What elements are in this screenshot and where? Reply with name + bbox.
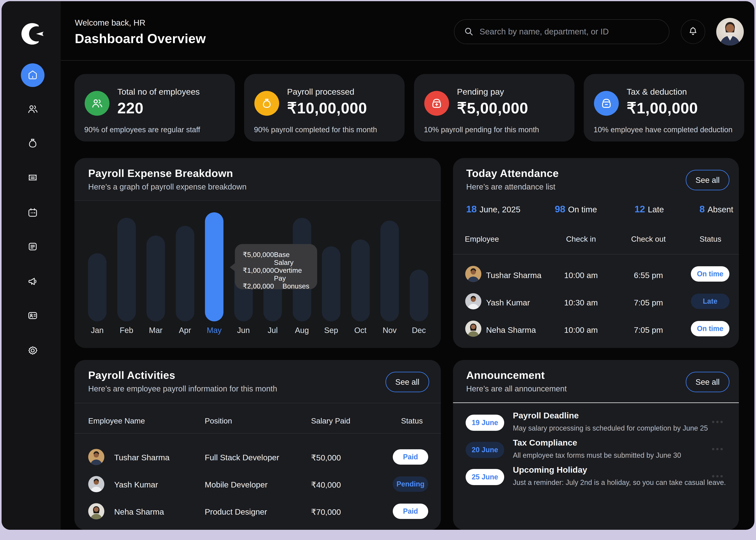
payroll-expense-card: Payroll Expense Breakdown Here’s a graph… <box>75 158 441 348</box>
attendance-see-all-button[interactable]: See all <box>686 170 729 190</box>
x-axis-label: Jun <box>229 326 258 335</box>
stat-caption: 10% payroll pending for this month <box>424 126 539 134</box>
salary-paid: ₹50,000 <box>311 453 341 463</box>
payroll-see-all-button[interactable]: See all <box>385 372 429 392</box>
sidebar-item-calendar[interactable] <box>21 201 45 225</box>
sidebar-item-payroll[interactable] <box>21 132 45 155</box>
chart-bar-mar[interactable] <box>146 235 165 321</box>
position: Mobile Developer <box>205 480 267 489</box>
x-axis-label: Feb <box>112 326 141 335</box>
divider <box>75 433 441 434</box>
column-header: Employee Name <box>88 417 145 425</box>
stat-number: 98 <box>555 204 565 214</box>
calendar-icon <box>27 206 39 219</box>
employee-avatar <box>88 503 104 519</box>
check-in-time: 10:00 am <box>563 271 599 280</box>
section-title: Payroll Expense Breakdown <box>88 167 233 179</box>
x-axis-label: Aug <box>287 326 317 335</box>
chart-bar-apr[interactable] <box>176 226 194 321</box>
tooltip-value: ₹5,00,000 <box>243 251 274 266</box>
attendance-stat-absent: 8 Absent <box>699 204 733 214</box>
stat-card-payroll-processed: Payroll processed ₹10,00,000 90% payroll… <box>244 74 404 142</box>
sidebar-item-home[interactable] <box>21 64 45 87</box>
x-axis-label: Sep <box>316 326 346 335</box>
document-icon <box>27 241 39 253</box>
column-header: Check in <box>563 235 599 243</box>
announcement-item[interactable]: 25 June Upcoming Holiday Just a reminder… <box>466 464 726 489</box>
sidebar-item-payslips[interactable] <box>21 166 45 190</box>
stat-title: Pending pay <box>457 87 504 97</box>
sidebar-item-settings[interactable] <box>21 339 45 363</box>
sidebar-item-id-cards[interactable] <box>21 304 45 328</box>
salary-paid: ₹70,000 <box>311 507 341 517</box>
x-axis-label: Dec <box>404 326 434 335</box>
date-badge: 19 June <box>466 415 504 431</box>
more-options-icon[interactable]: ••• <box>712 417 724 427</box>
users-icon <box>27 103 39 116</box>
status-badge: On time <box>691 321 729 336</box>
search-icon <box>463 26 474 38</box>
notifications-button[interactable] <box>681 20 705 44</box>
divider <box>453 254 739 254</box>
attendance-date: 18 June, 2025 <box>466 204 520 214</box>
divider <box>453 402 739 403</box>
stat-label: On time <box>568 205 597 214</box>
chart-bar-sep[interactable] <box>322 246 340 321</box>
more-options-icon[interactable]: ••• <box>712 444 724 454</box>
stat-value: ₹1,00,000 <box>627 99 698 117</box>
stat-number: 8 <box>699 204 705 214</box>
section-subtitle: Here’s are employee payroll information … <box>88 384 277 393</box>
search-bar[interactable] <box>454 19 670 44</box>
chart-bar-dec[interactable] <box>410 270 428 321</box>
date-day: 18 <box>466 204 477 214</box>
user-avatar[interactable] <box>716 18 744 46</box>
chart-bar-may[interactable] <box>205 212 224 321</box>
employee-name: Yash Kumar <box>486 298 530 307</box>
announcement-see-all-button[interactable]: See all <box>686 372 729 392</box>
x-axis-label: Jan <box>82 326 112 335</box>
attendance-stat-on-time: 98 On time <box>555 204 597 214</box>
announcement-description: May salary processing is scheduled for c… <box>513 424 708 432</box>
sidebar-item-announcements[interactable] <box>21 270 45 294</box>
date-label: June, 2025 <box>479 205 520 214</box>
stat-caption: 90% payroll completed for this month <box>254 126 377 134</box>
announcement-description: Just a reminder: July 2nd is a holiday, … <box>513 478 726 487</box>
stat-title: Payroll processed <box>287 87 354 97</box>
today-attendance-card: Today Attendance Here’s are attendance l… <box>453 158 739 348</box>
status-badge: Pending <box>393 476 428 492</box>
section-title: Announcement <box>466 369 545 381</box>
x-axis-label: Nov <box>375 326 404 335</box>
announcement-item[interactable]: 19 June Payroll Deadline May salary proc… <box>466 409 726 434</box>
stat-card-pending-pay: Pending pay ₹5,00,000 10% payroll pendin… <box>414 74 574 142</box>
employee-name: Neha Sharma <box>114 507 164 517</box>
tooltip-value: ₹1,00,000 <box>243 266 274 282</box>
search-input[interactable] <box>480 27 660 36</box>
check-out-time: 6:55 pm <box>629 271 668 280</box>
more-options-icon[interactable]: ••• <box>712 471 724 481</box>
position: Full Stack Developer <box>205 453 279 462</box>
x-axis-label: Mar <box>141 326 171 335</box>
chart-bar-nov[interactable] <box>380 220 399 321</box>
id-card-icon <box>27 310 39 322</box>
announcement-description: All employee tax forms must be submitted… <box>513 451 681 460</box>
stat-caption: 10% employee have completed deduction <box>594 126 733 134</box>
status-badge: Late <box>691 294 729 309</box>
gear-icon <box>27 344 39 357</box>
employee-name: Neha Sharma <box>486 326 536 335</box>
sidebar-item-employees[interactable] <box>21 98 45 121</box>
check-out-time: 7:05 pm <box>629 298 668 307</box>
status-badge: Paid <box>393 449 428 465</box>
stat-title: Tax & deduction <box>627 87 687 97</box>
chart-bar-jan[interactable] <box>88 253 106 321</box>
sidebar-item-reports[interactable] <box>21 235 45 259</box>
chart-bar-oct[interactable] <box>351 239 370 321</box>
section-title: Payroll Activities <box>88 369 175 381</box>
tooltip-label: Overtime Pay <box>274 266 309 282</box>
column-header: Position <box>205 417 232 425</box>
check-in-time: 10:00 am <box>563 326 599 335</box>
chart-bar-feb[interactable] <box>117 218 136 321</box>
stat-card-tax-deduction: Tax & deduction ₹1,00,000 10% employee h… <box>584 74 744 142</box>
sidebar <box>2 1 61 530</box>
announcement-item[interactable]: 20 June Tax Compliance All employee tax … <box>466 436 726 462</box>
app-window: Welcome back, HR Dashboard Overview Tota… <box>2 1 754 530</box>
